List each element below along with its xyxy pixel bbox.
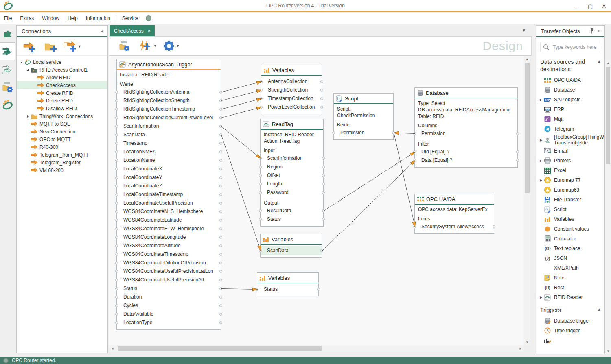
palette-section-header[interactable]: Data sources and destinations▲ xyxy=(536,54,604,75)
palette-item-script[interactable]: {}Script xyxy=(536,205,604,214)
port[interactable] xyxy=(320,89,323,92)
node-vars3[interactable]: VariablesStatus xyxy=(257,272,319,296)
port[interactable] xyxy=(259,166,262,168)
node-row[interactable]: LocationType xyxy=(117,318,221,327)
strip-connections-button[interactable] xyxy=(0,42,15,60)
port[interactable] xyxy=(115,176,118,179)
port[interactable] xyxy=(219,262,222,264)
port[interactable] xyxy=(115,219,118,222)
port[interactable] xyxy=(115,279,118,281)
palette-item-xml-xpath[interactable]: XML/XPath xyxy=(536,263,604,273)
port[interactable] xyxy=(219,321,222,324)
node-row[interactable]: Permission xyxy=(415,129,517,138)
port[interactable] xyxy=(115,227,118,230)
port[interactable] xyxy=(259,191,262,194)
node-row[interactable]: Status xyxy=(261,215,323,224)
port[interactable] xyxy=(115,150,118,153)
port[interactable] xyxy=(115,236,118,239)
port[interactable] xyxy=(219,236,222,239)
node-header[interactable]: OPC UA/DA xyxy=(415,194,494,205)
strip-plugins-button[interactable] xyxy=(0,24,15,42)
node-row[interactable]: DataAvailable xyxy=(117,310,221,318)
port[interactable] xyxy=(259,209,262,212)
node-row[interactable]: Status xyxy=(117,284,221,293)
add-transfer-button[interactable]: ▼ xyxy=(139,38,157,54)
port[interactable] xyxy=(115,133,118,136)
maximize-icon[interactable]: ▢ xyxy=(583,0,597,12)
node-row[interactable]: LocalCoordinateY xyxy=(117,173,221,182)
palette-item-sap-objects[interactable]: ▶SAPSAP objects xyxy=(536,95,604,105)
port[interactable] xyxy=(115,244,118,247)
port[interactable] xyxy=(115,296,118,299)
collapse-panel-icon[interactable]: ◄ xyxy=(100,28,104,33)
transfer-search[interactable]: Type keywords here xyxy=(540,42,600,52)
port[interactable] xyxy=(115,142,118,145)
port[interactable] xyxy=(219,142,222,145)
tree-item-local-service[interactable]: Local service xyxy=(17,58,107,66)
port[interactable] xyxy=(413,150,416,153)
tree-item-vm-60-200[interactable]: VM 60-200 xyxy=(17,166,107,174)
add-connection-button[interactable] xyxy=(21,38,38,54)
port[interactable] xyxy=(115,253,118,256)
palette-item-erp[interactable]: ERPERP xyxy=(536,105,604,114)
port[interactable] xyxy=(259,183,262,185)
port[interactable] xyxy=(219,270,222,273)
port[interactable] xyxy=(219,168,222,170)
port[interactable] xyxy=(115,270,118,273)
node-row[interactable]: Password xyxy=(261,188,323,197)
port[interactable] xyxy=(115,193,118,196)
canvas-vscrollbar[interactable]: ▲ ▼ xyxy=(524,56,530,345)
strip-project-config-button[interactable] xyxy=(0,78,15,96)
port[interactable] xyxy=(219,227,222,230)
node-row[interactable]: RfidSightingCollectionAntenna xyxy=(117,88,221,96)
port[interactable] xyxy=(219,253,222,256)
port[interactable] xyxy=(115,210,118,213)
node-header[interactable]: Variables xyxy=(257,273,318,283)
tree-item-telegram-from-mqtt[interactable]: Telegram_from_MQTT xyxy=(17,151,107,159)
palette-item-database[interactable]: Database xyxy=(536,85,604,95)
strip-templates-button[interactable] xyxy=(0,60,15,78)
node-row[interactable]: RfidSightingCollectionTimestamp xyxy=(117,105,221,113)
node-header[interactable]: AsynchronousScan-Trigger xyxy=(117,59,221,70)
node-row[interactable]: LocalCoordinateTimestamp xyxy=(117,190,221,199)
port[interactable] xyxy=(413,132,416,135)
tab-list-dropdown-icon[interactable]: ▼ xyxy=(522,28,526,33)
palette-item-database-trigger[interactable]: Database trigger xyxy=(536,316,604,326)
port[interactable] xyxy=(516,150,519,153)
palette-item-euromap63[interactable]: Euromap63 xyxy=(536,185,604,195)
port[interactable] xyxy=(115,262,118,264)
palette-item-variables[interactable]: Variables xyxy=(536,214,604,224)
port[interactable] xyxy=(320,97,323,100)
flow-canvas[interactable]: AsynchronousScan-TriggerInstance: RFID R… xyxy=(109,56,524,345)
port[interactable] xyxy=(219,296,222,299)
node-row[interactable]: UId [Equal] ? xyxy=(415,148,517,156)
palette-item-rest[interactable]: (R)Rest xyxy=(536,283,604,292)
menu-window[interactable]: Window xyxy=(38,14,64,23)
node-row[interactable]: AntennaCollection xyxy=(261,77,322,86)
project-config-button[interactable] xyxy=(116,38,133,54)
palette-item-file-transfer[interactable]: File Transfer xyxy=(536,195,604,205)
palette-item-text-replace[interactable]: {O}Text replace xyxy=(536,244,604,253)
node-script[interactable]: {}ScriptScript: CheckPermissionBeidePerm… xyxy=(333,93,394,140)
node-row[interactable]: Length xyxy=(261,180,323,188)
port[interactable] xyxy=(115,91,118,94)
port[interactable] xyxy=(219,244,222,247)
node-header[interactable]: Database xyxy=(415,88,517,98)
menu-help[interactable]: Help xyxy=(64,14,82,23)
menu-service[interactable]: Service xyxy=(118,14,142,23)
port[interactable] xyxy=(219,150,222,153)
port[interactable] xyxy=(260,80,263,83)
port[interactable] xyxy=(219,159,222,162)
port[interactable] xyxy=(413,159,416,162)
tree-item-disallow-rfid[interactable]: Disallow RFID xyxy=(17,105,107,112)
collapse-chevron-icon[interactable]: ▲ xyxy=(597,59,601,63)
port[interactable] xyxy=(322,191,325,194)
port[interactable] xyxy=(392,131,395,134)
node-row[interactable]: Data [Equal] ? xyxy=(415,156,517,165)
port[interactable] xyxy=(219,313,222,316)
port[interactable] xyxy=(320,80,323,83)
tree-item-allow-rfid[interactable]: Allow RFID xyxy=(17,74,107,81)
port[interactable] xyxy=(219,185,222,187)
tab-close-icon[interactable]: × xyxy=(148,28,151,34)
port[interactable] xyxy=(219,133,222,136)
